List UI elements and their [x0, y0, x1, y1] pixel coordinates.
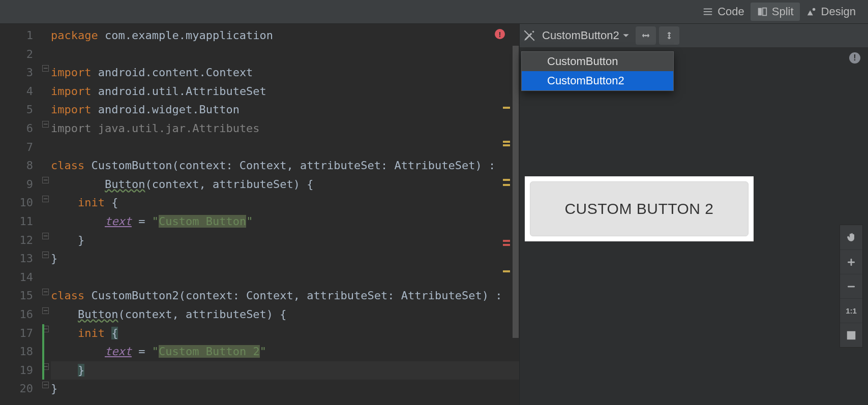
- split-tab[interactable]: Split: [751, 3, 800, 21]
- svg-rect-2: [704, 14, 712, 15]
- chevron-down-icon: [622, 32, 630, 39]
- preview-warning-indicator-icon[interactable]: !: [849, 52, 860, 64]
- svg-rect-1: [704, 11, 712, 12]
- code-tab-label: Code: [717, 5, 744, 18]
- plus-icon: [846, 257, 857, 268]
- editor-scrollbar[interactable]: [512, 24, 519, 405]
- preview-component-dropdown[interactable]: CustomButton2: [539, 27, 633, 44]
- preview-canvas[interactable]: CUSTOM BUTTON 2: [525, 176, 754, 241]
- code-tab[interactable]: Code: [696, 3, 751, 21]
- design-icon: [806, 6, 817, 17]
- orientation-horizontal-button[interactable]: [636, 26, 656, 45]
- zoom-out-button[interactable]: [840, 274, 862, 298]
- zoom-actual-button[interactable]: 1:1: [840, 298, 862, 323]
- rendered-button-preview: CUSTOM BUTTON 2: [530, 181, 749, 236]
- svg-point-9: [668, 35, 670, 37]
- fold-icon[interactable]: −: [42, 177, 49, 183]
- svg-rect-3: [758, 8, 761, 16]
- design-tab-label: Design: [821, 5, 856, 18]
- zoom-ratio-label: 1:1: [846, 306, 857, 315]
- fold-icon[interactable]: −: [42, 307, 49, 314]
- pan-tool-button[interactable]: [840, 225, 862, 250]
- code-editor[interactable]: 12345 678910 1112131415 1617181920 − − −…: [0, 24, 519, 405]
- svg-point-6: [812, 8, 815, 11]
- zoom-fit-button[interactable]: [840, 323, 862, 347]
- preview-dropdown-item[interactable]: CustomButton: [522, 52, 673, 71]
- svg-marker-5: [807, 10, 813, 15]
- code-content[interactable]: package com.example.myapplication import…: [51, 24, 519, 405]
- orientation-vertical-button[interactable]: [659, 26, 679, 45]
- fold-icon[interactable]: −: [42, 233, 49, 239]
- hand-icon: [846, 232, 857, 243]
- fold-icon[interactable]: −: [42, 196, 49, 202]
- layout-preview-pane: CustomButton2 ! CustomButton CustomButto…: [519, 24, 868, 405]
- minus-icon: [846, 281, 857, 292]
- design-view-tabs: Code Split Design: [0, 0, 868, 24]
- preview-dropdown-item[interactable]: CustomButton2: [522, 71, 673, 90]
- fold-icon[interactable]: −: [42, 252, 49, 258]
- design-tab[interactable]: Design: [800, 3, 862, 21]
- svg-point-8: [645, 35, 646, 37]
- fold-icon[interactable]: −: [42, 121, 49, 128]
- editor-marker-strip[interactable]: [503, 26, 510, 405]
- fit-screen-icon: [846, 330, 857, 341]
- preview-toolbar: CustomButton2 !: [520, 24, 868, 47]
- preview-dropdown-label: CustomButton2: [542, 29, 619, 42]
- preview-dropdown-popup: CustomButton CustomButton2: [521, 51, 674, 91]
- fold-icon[interactable]: −: [42, 65, 49, 72]
- zoom-in-button[interactable]: [840, 250, 862, 274]
- fold-icon[interactable]: −: [42, 289, 49, 295]
- code-icon: [702, 6, 713, 17]
- editor-scrollbar-thumb[interactable]: [513, 46, 519, 338]
- split-icon: [757, 6, 768, 17]
- split-tab-label: Split: [772, 5, 794, 18]
- fold-icon[interactable]: −: [42, 382, 49, 388]
- svg-rect-4: [763, 8, 766, 16]
- preview-zoom-tools: 1:1: [840, 225, 863, 348]
- svg-rect-0: [704, 9, 712, 10]
- edit-disabled-icon: [523, 29, 536, 42]
